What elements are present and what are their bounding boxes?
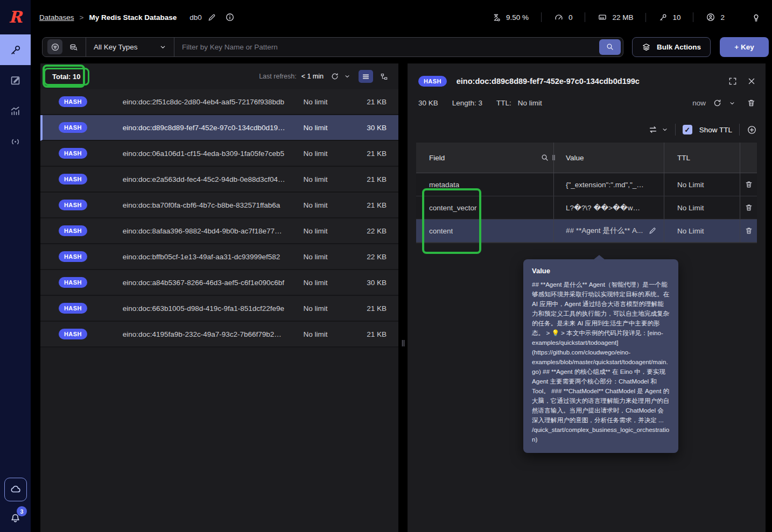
key-list-row[interactable]: HASH eino:doc:d89c8d89-fef7-452e-97c0-13… <box>40 115 398 141</box>
delete-field-button[interactable] <box>745 203 753 212</box>
sidebar-item-workbench[interactable] <box>0 65 31 96</box>
key-ttl: No limit <box>285 175 346 183</box>
detail-header: HASH eino:doc:d89c8d89-fef7-452e-97c0-13… <box>416 63 757 87</box>
hash-field-row[interactable]: content ## **Agent 是什么** A... No Limit <box>416 219 757 243</box>
tooltip-title: Value <box>532 267 670 275</box>
key-type-badge: HASH <box>59 329 87 339</box>
auto-refresh-dropdown[interactable] <box>344 73 350 80</box>
refresh-key-button[interactable] <box>713 98 722 108</box>
stat-memory-value: 22 MB <box>612 13 633 22</box>
edit-value-icon[interactable] <box>648 226 657 235</box>
key-list-row[interactable]: HASH eino:doc:4195fa9b-232c-49a7-93c2-7b… <box>40 322 398 347</box>
add-field-button[interactable] <box>747 125 757 135</box>
key-size: 21 KB <box>346 150 387 158</box>
key-ttl: No limit <box>285 150 346 158</box>
format-switch-dropdown[interactable] <box>662 126 668 133</box>
sidebar-item-analytics[interactable] <box>0 96 31 126</box>
edit-database-button[interactable] <box>207 13 216 22</box>
auto-refresh-key-dropdown[interactable] <box>729 100 735 107</box>
key-filter-input[interactable] <box>174 38 599 56</box>
key-type-select[interactable]: All Key Types <box>86 38 174 56</box>
detail-key-name: eino:doc:d89c8d89-fef7-452e-97c0-134cdb0… <box>457 77 718 86</box>
cloud-button[interactable] <box>4 478 27 501</box>
stat-keys-value: 10 <box>672 13 680 22</box>
database-info-button[interactable] <box>225 12 235 22</box>
breadcrumb: Databases > My Redis Stack Database db0 <box>39 12 235 22</box>
topbar: Databases > My Redis Stack Database db0 <box>31 0 772 34</box>
key-type-badge: HASH <box>59 148 87 159</box>
key-name: eino:doc:a84b5367-8266-46d3-aef5-c6f1e09… <box>123 279 285 287</box>
chevron-down-icon <box>344 73 350 80</box>
sidebar-item-browser[interactable] <box>0 34 31 65</box>
list-view-icon <box>362 73 370 81</box>
key-list-row[interactable]: HASH eino:doc:ba70f0fa-cbf6-4b7c-b8be-83… <box>40 193 398 218</box>
key-list-row[interactable]: HASH eino:doc:a84b5367-8266-46d3-aef5-c6… <box>40 270 398 296</box>
refresh-keys-button[interactable] <box>331 72 339 81</box>
key-ttl-label: TTL: <box>496 99 511 107</box>
key-list-row[interactable]: HASH eino:doc:bffb05cf-1e13-49af-aa31-dc… <box>40 244 398 270</box>
swap-arrows-icon <box>648 125 658 134</box>
sidebar-item-pubsub[interactable] <box>0 126 31 157</box>
show-ttl-checkbox[interactable]: ✓ <box>683 125 692 134</box>
field-value[interactable]: L?�?\? ��>��w�... <box>566 203 645 212</box>
search-icon <box>541 153 549 162</box>
tree-view-button[interactable] <box>377 70 391 83</box>
key-list-row[interactable]: HASH eino:doc:e2a563dd-fec4-45c2-94db-0e… <box>40 167 398 193</box>
plus-circle-icon <box>747 125 757 135</box>
key-name: eino:doc:4195fa9b-232c-49a7-93c2-7b66f79… <box>123 330 285 338</box>
search-button[interactable] <box>599 39 621 55</box>
search-advanced-button[interactable] <box>66 39 81 54</box>
key-name: eino:doc:06a106d1-cf15-4eda-b309-1fa05fe… <box>123 150 285 158</box>
hash-field-row[interactable]: content_vector L?�?\? ��>��w�... No Limi… <box>416 196 757 219</box>
list-view-button[interactable] <box>359 70 373 83</box>
field-search-button[interactable] <box>541 153 549 162</box>
field-value[interactable]: {"_extension":".md","_fi... <box>566 181 645 189</box>
key-type-badge: HASH <box>418 76 447 87</box>
column-header-actions <box>740 143 757 173</box>
controls-divider <box>739 124 740 136</box>
field-value[interactable]: ## **Agent 是什么** A... <box>566 226 643 236</box>
delete-key-button[interactable] <box>747 98 756 108</box>
database-name: My Redis Stack Database <box>89 13 177 22</box>
key-list-row[interactable]: HASH eino:doc:2f51c8dc-2d80-4eb4-aaf5-72… <box>40 89 398 115</box>
key-ttl: No limit <box>285 279 346 287</box>
filter-by-type-button[interactable] <box>47 39 62 54</box>
redis-logo[interactable]: R <box>0 0 31 34</box>
info-icon <box>225 12 235 22</box>
delete-field-button[interactable] <box>745 180 753 189</box>
field-ttl[interactable]: No Limit <box>677 227 704 235</box>
key-type-select-value: All Key Types <box>94 43 138 51</box>
field-ttl[interactable]: No Limit <box>677 181 704 189</box>
key-ttl: No limit <box>285 304 346 313</box>
hash-field-row[interactable]: metadata {"_extension":".md","_fi... No … <box>416 173 757 196</box>
chevron-down-icon <box>159 44 166 51</box>
key-icon <box>10 44 22 56</box>
add-key-button[interactable]: + Key <box>720 37 769 57</box>
insights-button[interactable] <box>737 12 763 23</box>
key-list-row[interactable]: HASH eino:doc:8afaa396-9882-4bd4-9b0b-ac… <box>40 218 398 244</box>
format-switch-button[interactable] <box>648 125 658 134</box>
close-detail-button[interactable] <box>747 77 756 86</box>
column-header-value[interactable]: Value <box>554 143 664 173</box>
detail-meta: 30 KB Length: 3 TTL: No limit now <box>416 87 757 108</box>
column-header-ttl[interactable]: TTL <box>664 143 740 173</box>
keys-icon <box>658 13 668 22</box>
key-list-header: Total: 10 Last refresh: < 1 min <box>40 63 398 89</box>
delete-field-button[interactable] <box>745 226 753 235</box>
fullscreen-button[interactable] <box>728 76 738 86</box>
resize-handle[interactable] <box>401 339 405 347</box>
breadcrumb-databases-link[interactable]: Databases <box>39 13 74 22</box>
key-type-badge: HASH <box>59 122 87 133</box>
stat-commands: 0 <box>541 12 585 22</box>
column-resize-handle[interactable] <box>552 154 556 161</box>
key-list-row[interactable]: HASH eino:doc:663b1005-d98d-419c-9fa1-85… <box>40 296 398 322</box>
layers-icon <box>642 42 651 52</box>
bulk-actions-button[interactable]: Bulk Actions <box>632 37 711 57</box>
notifications-button[interactable]: 3 <box>9 511 22 523</box>
stat-memory: 22 MB <box>585 12 645 22</box>
key-list-row[interactable]: HASH eino:doc:06a106d1-cf15-4eda-b309-1f… <box>40 141 398 167</box>
field-ttl[interactable]: No Limit <box>677 204 704 212</box>
column-header-field[interactable]: Field <box>416 143 554 173</box>
key-size: 30 KB <box>418 99 438 107</box>
workbench-icon <box>10 75 21 86</box>
